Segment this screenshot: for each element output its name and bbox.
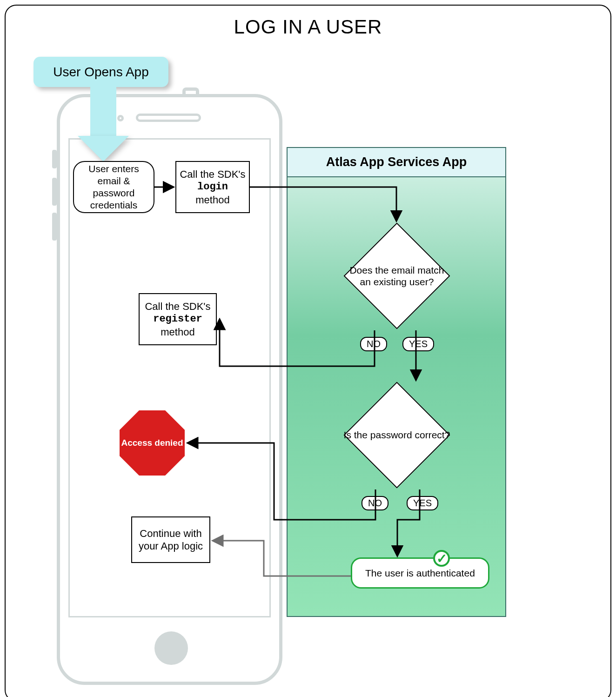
text: method	[161, 326, 194, 339]
text: Call the SDK's	[180, 168, 245, 181]
opens-arrow-stem	[90, 87, 116, 138]
label-yes: YES	[402, 337, 434, 351]
server-panel-title: Atlas App Services App	[288, 148, 505, 177]
code-text: register	[153, 313, 202, 326]
code-text: login	[197, 181, 228, 194]
decision-password-correct: Is the password correct?	[343, 382, 450, 489]
step-call-register: Call the SDK's register method	[139, 293, 217, 345]
label-no: NO	[362, 496, 388, 510]
phone-side-button	[52, 150, 57, 168]
decision-email-match: Does the email match an existing user?	[343, 222, 450, 329]
check-icon: ✓	[433, 550, 450, 567]
text: method	[195, 194, 229, 207]
label-yes: YES	[407, 496, 438, 510]
decision-label: Does the email match an existing user?	[343, 222, 450, 329]
phone-side-button	[52, 213, 57, 241]
text: Call the SDK's	[145, 300, 210, 313]
phone-notch	[182, 87, 199, 94]
phone-camera-dot	[117, 115, 124, 121]
user-opens-app-banner: User Opens App	[33, 57, 168, 87]
diagram-title: LOG IN A USER	[6, 16, 610, 38]
step-continue-app-logic: Continue with your App logic	[131, 516, 210, 563]
step-access-denied: Access denied	[120, 410, 185, 476]
step-user-authenticated: The user is authenticated	[351, 557, 489, 589]
step-call-login: Call the SDK's login method	[175, 161, 250, 213]
step-enter-credentials: User enters email & password credentials	[73, 161, 154, 213]
opens-arrow-head-icon	[78, 136, 129, 161]
label-no: NO	[360, 337, 387, 351]
decision-label: Is the password correct?	[343, 382, 450, 489]
diagram-canvas: LOG IN A USER Atlas App Services App Use…	[5, 5, 611, 697]
phone-speaker	[136, 114, 201, 122]
phone-side-button	[52, 178, 57, 206]
phone-home-button	[154, 631, 188, 665]
